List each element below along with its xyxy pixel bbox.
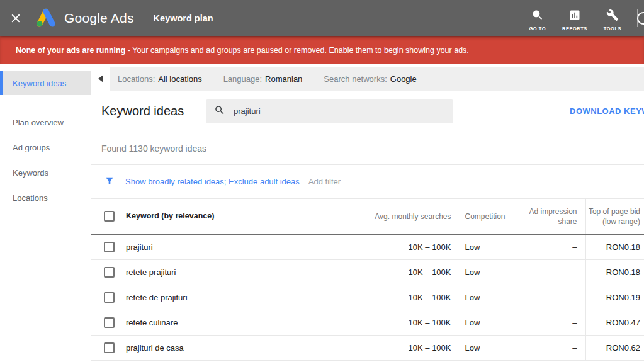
sidebar-item-label: Ad groups (13, 143, 50, 152)
search-icon (214, 105, 225, 118)
search-icon (531, 9, 544, 24)
row-checkbox[interactable] (104, 317, 115, 328)
active-filters-link[interactable]: Show broadly related ideas; Exclude adul… (125, 177, 300, 186)
locations-label: Locations: (118, 74, 155, 84)
bar-chart-icon (568, 9, 581, 24)
competition-cell: Low (460, 260, 523, 285)
keyword-cell: retete prajituri (91, 260, 359, 285)
table-row: prajituri 10K – 100K Low – RON0.18 (91, 235, 644, 260)
language-setting[interactable]: Language:Romanian (223, 74, 303, 84)
top-of-page-bid-cell: RON0.62 (585, 336, 644, 361)
keyword-cell: retete culinare (91, 310, 359, 336)
table-row: retete prajituri 10K – 100K Low – RON0.1… (91, 260, 644, 285)
download-keywords-link[interactable]: DOWNLOAD KEYWORD IDEAS (570, 91, 644, 132)
reports-button[interactable]: REPORTS (562, 9, 587, 31)
ads-not-running-banner: None of your ads are running - Your camp… (0, 36, 644, 64)
column-header-competition[interactable]: Competition (460, 199, 523, 235)
top-of-page-bid-cell: RON0.47 (585, 310, 644, 336)
targeting-context-bar: Locations:All locations Language:Romania… (110, 67, 644, 91)
page-title: Keyword plan (154, 13, 213, 23)
column-header-avg-monthly-searches[interactable]: Avg. monthly searches (359, 199, 460, 235)
section-title: Keyword ideas (101, 104, 206, 118)
sidebar-item-keywords[interactable]: Keywords (0, 160, 91, 185)
language-value: Romanian (265, 74, 302, 84)
keyword-ideas-header: Keyword ideas DOWNLOAD KEYWORD IDEAS (91, 91, 644, 132)
partial-circle-icon[interactable] (636, 11, 644, 28)
sidebar-item-locations[interactable]: Locations (0, 185, 91, 210)
competition-cell: Low (460, 336, 523, 361)
sidebar-item-label: Keywords (13, 168, 48, 178)
app-root: Google Ads Keyword plan GO TO REPORTS TO… (0, 0, 644, 362)
keyword-search-box[interactable] (206, 99, 453, 123)
keyword-table-body: prajituri 10K – 100K Low – RON0.18 retet… (91, 235, 644, 361)
column-label: Keyword (by relevance) (126, 211, 214, 222)
locations-value: All locations (158, 74, 201, 84)
topbar-divider (144, 9, 144, 27)
keyword-text: prajituri de casa (126, 343, 184, 353)
topbar: Google Ads Keyword plan GO TO REPORTS TO… (0, 0, 644, 36)
sidebar-item-keyword-ideas[interactable]: Keyword ideas (0, 71, 91, 95)
keyword-text: prajituri (126, 242, 153, 252)
column-header-top-of-page-bid[interactable]: Top of page bid (low range) (585, 199, 644, 235)
keyword-search-input[interactable] (234, 106, 446, 116)
google-ads-logo-icon (34, 8, 58, 28)
goto-label: GO TO (529, 26, 546, 31)
keyword-ideas-table: Keyword (by relevance) Avg. monthly sear… (91, 198, 644, 361)
table-header-row: Keyword (by relevance) Avg. monthly sear… (91, 199, 644, 235)
ad-impression-share-cell: – (523, 235, 585, 260)
keyword-text: retete culinare (126, 318, 178, 327)
table-row: retete culinare 10K – 100K Low – RON0.47 (91, 310, 644, 336)
table-row: prajituri de casa 10K – 100K Low – RON0.… (91, 336, 644, 361)
sidebar-item-label: Keyword ideas (13, 79, 66, 88)
column-header-ad-impression-share[interactable]: Ad impression share (523, 199, 585, 235)
banner-text: - Your campaigns and ad groups are pause… (125, 46, 468, 55)
row-checkbox[interactable] (104, 342, 115, 353)
keyword-text: retete prajituri (126, 268, 176, 277)
sidebar-item-label: Plan overview (13, 118, 64, 127)
competition-cell: Low (460, 285, 523, 310)
sidebar-item-label: Locations (13, 193, 48, 203)
sidebar: Keyword ideas Plan overview Ad groups Ke… (0, 64, 91, 362)
search-networks-setting[interactable]: Search networks:Google (324, 74, 416, 84)
sidebar-item-ad-groups[interactable]: Ad groups (0, 135, 91, 160)
column-header-keyword[interactable]: Keyword (by relevance) (91, 199, 359, 235)
row-checkbox[interactable] (104, 292, 115, 303)
goto-button[interactable]: GO TO (529, 9, 546, 31)
filter-bar: Show broadly related ideas; Exclude adul… (91, 165, 644, 198)
table-row: retete de prajituri 10K – 100K Low – RON… (91, 285, 644, 310)
competition-cell: Low (460, 235, 523, 260)
collapse-panel-button[interactable] (91, 67, 110, 91)
product-name: Google Ads (64, 11, 134, 26)
ad-impression-share-cell: – (523, 310, 585, 336)
keyword-cell: retete de prajituri (91, 285, 359, 310)
content-area: Locations:All locations Language:Romania… (91, 64, 644, 362)
select-all-checkbox[interactable] (104, 211, 115, 222)
add-filter-button[interactable]: Add filter (308, 177, 341, 186)
sidebar-item-plan-overview[interactable]: Plan overview (0, 110, 91, 135)
keyword-cell: prajituri (91, 235, 359, 260)
tools-label: TOOLS (604, 26, 621, 31)
filter-funnel-icon (105, 176, 115, 188)
avg-monthly-searches-cell: 10K – 100K (359, 285, 460, 310)
row-checkbox[interactable] (104, 242, 115, 252)
keyword-text: retete de prajituri (126, 293, 188, 302)
row-checkbox[interactable] (104, 267, 115, 278)
competition-cell: Low (460, 310, 523, 336)
ad-impression-share-cell: – (523, 285, 585, 310)
ad-impression-share-cell: – (523, 336, 585, 361)
locations-setting[interactable]: Locations:All locations (118, 74, 202, 84)
ad-impression-share-cell: – (523, 260, 585, 285)
banner-bold-text: None of your ads are running (16, 46, 125, 55)
chevron-left-icon (98, 75, 103, 82)
avg-monthly-searches-cell: 10K – 100K (359, 260, 460, 285)
avg-monthly-searches-cell: 10K – 100K (359, 310, 460, 336)
search-networks-value: Google (390, 74, 417, 84)
tools-button[interactable]: TOOLS (604, 9, 621, 31)
results-count: Found 1130 keyword ideas (91, 132, 644, 165)
wrench-icon (606, 9, 619, 24)
reports-label: REPORTS (562, 26, 587, 31)
close-icon[interactable] (9, 11, 23, 25)
keyword-cell: prajituri de casa (91, 336, 359, 361)
avg-monthly-searches-cell: 10K – 100K (359, 235, 460, 260)
sidebar-divider (13, 103, 78, 103)
